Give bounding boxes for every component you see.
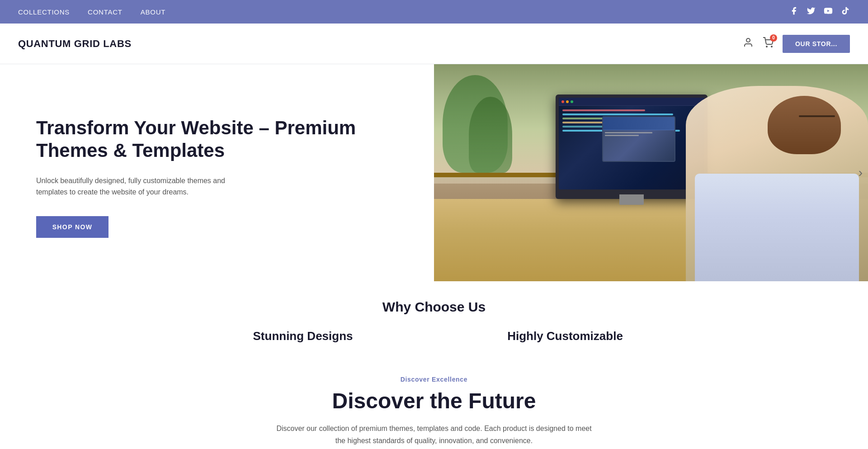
social-icons-group: [789, 6, 850, 18]
svg-point-2: [766, 46, 767, 47]
svg-point-3: [771, 46, 772, 47]
hero-content: Transform Your Website – Premium Themes …: [0, 64, 434, 281]
main-header: QUANTUM GRID LABS 0 OUR STOR...: [0, 24, 868, 64]
why-choose-title: Why Choose Us: [36, 299, 832, 315]
our-story-button[interactable]: OUR STOR...: [783, 35, 850, 53]
top-nav-links: COLLECTIONS CONTACT ABOUT: [18, 8, 165, 16]
why-choose-section: Why Choose Us Stunning Designs Highly Cu…: [0, 281, 868, 358]
top-nav: COLLECTIONS CONTACT ABOUT: [0, 0, 868, 24]
tiktok-icon[interactable]: [841, 6, 850, 18]
shop-now-button[interactable]: SHOP NOW: [36, 216, 108, 238]
user-icon[interactable]: [743, 37, 754, 51]
logo: QUANTUM GRID LABS: [18, 38, 132, 50]
header-right: 0 OUR STOR...: [743, 35, 850, 53]
discover-section: Discover Excellence Discover the Future …: [0, 358, 868, 449]
facebook-icon[interactable]: [789, 6, 798, 18]
hero-subtitle: Unlock beautifully designed, fully custo…: [36, 175, 253, 198]
cart-icon[interactable]: 0: [763, 37, 774, 51]
hero-section: Transform Your Website – Premium Themes …: [0, 64, 868, 281]
discover-tag: Discover Excellence: [36, 376, 832, 383]
cart-badge: 0: [770, 34, 777, 42]
hero-image: ›: [434, 64, 868, 281]
features-grid: Stunning Designs Highly Customizable: [36, 329, 832, 349]
hero-next-arrow[interactable]: ›: [859, 165, 863, 180]
feature-stunning-designs: Stunning Designs: [190, 329, 416, 349]
youtube-icon[interactable]: [824, 6, 833, 18]
feature-customizable: Highly Customizable: [452, 329, 678, 349]
nav-contact[interactable]: CONTACT: [88, 8, 123, 16]
hero-scene-bg: [434, 64, 868, 281]
svg-point-1: [746, 38, 750, 42]
nav-about[interactable]: ABOUT: [141, 8, 165, 16]
feature-customizable-title: Highly Customizable: [452, 329, 678, 343]
feature-stunning-title: Stunning Designs: [190, 329, 416, 343]
hero-title: Transform Your Website – Premium Themes …: [36, 117, 398, 162]
discover-description: Discover our collection of premium theme…: [276, 422, 592, 447]
discover-title: Discover the Future: [36, 388, 832, 413]
nav-collections[interactable]: COLLECTIONS: [18, 8, 70, 16]
twitter-icon[interactable]: [807, 6, 816, 18]
